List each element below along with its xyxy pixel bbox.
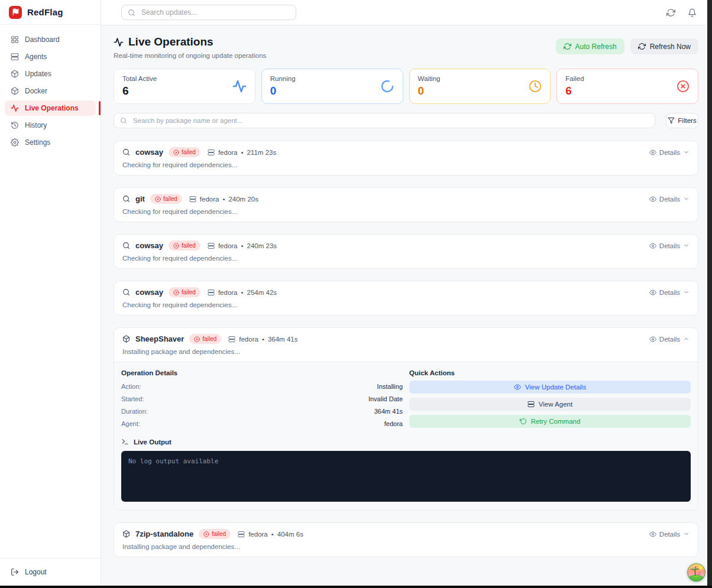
sidebar-item-live-operations[interactable]: Live Operations xyxy=(5,100,96,116)
sidebar-item-history[interactable]: History xyxy=(5,118,96,133)
grid-icon xyxy=(11,35,19,44)
status-badge: failed xyxy=(189,334,221,344)
sidebar-item-updates[interactable]: Updates xyxy=(5,66,96,82)
operations-list: cowsay failed fedora • 211m 23s Details xyxy=(114,141,698,557)
details-toggle[interactable]: Details xyxy=(649,289,690,296)
operation-message: Checking for required dependencies... xyxy=(114,204,698,222)
page-title: Live Operations xyxy=(128,35,213,48)
refresh-now-button[interactable]: Refresh Now xyxy=(630,38,698,54)
details-toggle[interactable]: Details xyxy=(649,531,690,538)
duration: 240m 20s xyxy=(228,196,258,203)
page-subtitle: Real-time monitoring of ongoing update o… xyxy=(114,52,266,59)
status-badge: failed xyxy=(150,194,182,204)
logout-button[interactable]: Logout xyxy=(5,564,96,580)
eye-icon xyxy=(514,384,521,391)
action-label: View Update Details xyxy=(525,384,586,391)
operation-message: Checking for required dependencies... xyxy=(114,297,698,315)
bell-icon[interactable] xyxy=(688,8,697,17)
agent-name: fedora xyxy=(218,149,238,156)
chevron-down-icon xyxy=(683,149,690,155)
status-label: failed xyxy=(212,531,226,537)
x-circle-icon xyxy=(173,243,179,249)
eye-icon xyxy=(649,289,656,296)
chevron-up-icon xyxy=(683,336,690,342)
operation-meta: fedora • 404m 6s xyxy=(238,531,303,538)
bullet-separator: • xyxy=(222,196,225,203)
sidebar-item-label: Settings xyxy=(25,138,50,147)
global-search-input[interactable] xyxy=(140,8,290,17)
live-output-header: Live Output xyxy=(121,438,691,446)
terminal-text: No log output available xyxy=(128,457,218,465)
operation-meta: fedora • 240m 20s xyxy=(189,196,258,203)
status-label: failed xyxy=(163,196,177,202)
operations-search-input[interactable] xyxy=(132,116,649,125)
sidebar-footer: Logout xyxy=(0,558,101,588)
operation-card-7zip-standalone: 7zip-standalone failed fedora • 404m 6s … xyxy=(114,522,698,557)
sidebar-item-docker[interactable]: Docker xyxy=(5,83,96,99)
view-agent-button[interactable]: View Agent xyxy=(409,398,691,411)
operation-card-cowsay: cowsay failed fedora • 240m 23s Details xyxy=(114,234,698,269)
tropical-island-icon xyxy=(687,563,705,581)
search-icon xyxy=(128,9,135,17)
sidebar-item-label: Agents xyxy=(25,53,47,61)
detail-row-action: Action: Installing xyxy=(121,381,403,393)
agent-name: fedora xyxy=(239,336,258,343)
details-toggle[interactable]: Details xyxy=(649,242,690,249)
view-update-details-button[interactable]: View Update Details xyxy=(409,381,691,394)
global-search[interactable] xyxy=(121,5,296,20)
detail-label: Action: xyxy=(121,383,141,390)
duration: 211m 23s xyxy=(247,149,277,156)
sidebar-item-agents[interactable]: Agents xyxy=(5,49,96,64)
details-toggle[interactable]: Details xyxy=(649,196,690,203)
sidebar-item-label: Docker xyxy=(25,87,47,95)
filters-button[interactable]: Filters xyxy=(666,113,698,128)
operations-search[interactable] xyxy=(114,113,655,128)
agent-name: fedora xyxy=(248,531,268,538)
duration: 240m 23s xyxy=(247,242,277,249)
chevron-down-icon xyxy=(683,289,690,295)
operation-card-git: git failed fedora • 240m 20s Details xyxy=(114,187,698,222)
island-widget-button[interactable] xyxy=(687,563,705,581)
stats-row: Total Active 6 Running 0 Waiting 0 xyxy=(114,69,698,104)
search-icon xyxy=(122,148,130,156)
operation-message: Checking for required dependencies... xyxy=(114,157,698,175)
server-icon xyxy=(228,336,235,343)
action-label: View Agent xyxy=(539,401,572,408)
operation-name: cowsay xyxy=(135,241,163,250)
operation-name: 7zip-standalone xyxy=(135,529,193,538)
retry-icon xyxy=(520,418,527,425)
details-label: Details xyxy=(659,289,680,296)
agent-name: fedora xyxy=(200,196,219,203)
details-toggle[interactable]: Details xyxy=(649,336,690,343)
auto-refresh-button[interactable]: Auto Refresh xyxy=(556,38,624,54)
status-badge: failed xyxy=(169,241,200,251)
server-icon xyxy=(208,289,215,296)
eye-icon xyxy=(649,531,656,538)
details-toggle[interactable]: Details xyxy=(649,149,690,156)
sidebar-item-label: Live Operations xyxy=(25,104,79,112)
details-label: Details xyxy=(659,149,680,156)
retry-command-button[interactable]: Retry Command xyxy=(409,415,691,428)
stat-value: 6 xyxy=(565,85,584,98)
agent-name: fedora xyxy=(218,242,238,249)
sidebar-item-dashboard[interactable]: Dashboard xyxy=(5,32,96,47)
topbar xyxy=(101,0,712,25)
brand: RedFlag xyxy=(0,0,101,25)
stat-label: Running xyxy=(270,75,296,82)
detail-value: 364m 41s xyxy=(374,408,403,415)
refresh-now-label: Refresh Now xyxy=(650,43,691,51)
refresh-icon xyxy=(638,43,646,50)
operation-card-cowsay: cowsay failed fedora • 211m 23s Details xyxy=(114,141,698,176)
detail-label: Agent: xyxy=(121,420,140,427)
gear-icon xyxy=(11,138,19,147)
refresh-icon[interactable] xyxy=(666,8,675,17)
detail-value: fedora xyxy=(384,420,403,427)
chevron-down-icon xyxy=(683,531,690,537)
details-label: Details xyxy=(659,531,680,538)
sidebar-item-settings[interactable]: Settings xyxy=(5,135,96,150)
server-icon xyxy=(11,53,19,61)
bullet-separator: • xyxy=(262,336,264,343)
server-icon xyxy=(208,149,215,156)
quick-actions-title: Quick Actions xyxy=(409,369,691,376)
eye-icon xyxy=(649,149,656,156)
